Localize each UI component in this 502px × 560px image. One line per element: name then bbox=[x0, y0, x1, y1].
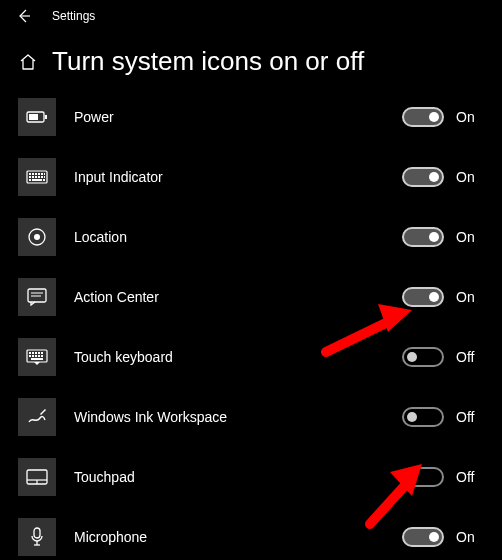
setting-label: Windows Ink Workspace bbox=[74, 409, 384, 425]
setting-row-touchpad: TouchpadOff bbox=[18, 447, 502, 507]
toggle-state-label: On bbox=[456, 109, 482, 125]
toggle-knob bbox=[407, 352, 417, 362]
toggle-location[interactable] bbox=[402, 227, 444, 247]
svg-rect-3 bbox=[29, 114, 38, 120]
toggle-touch-keyboard[interactable] bbox=[402, 347, 444, 367]
setting-row-windows-ink: Windows Ink WorkspaceOff bbox=[18, 387, 502, 447]
toggle-knob bbox=[429, 172, 439, 182]
svg-rect-17 bbox=[29, 179, 31, 181]
titlebar: Settings bbox=[0, 0, 502, 32]
svg-rect-31 bbox=[29, 355, 31, 357]
svg-rect-13 bbox=[35, 176, 37, 178]
svg-rect-16 bbox=[44, 176, 45, 178]
svg-rect-14 bbox=[38, 176, 40, 178]
toggle-microphone[interactable] bbox=[402, 527, 444, 547]
touchpad-icon bbox=[18, 458, 56, 496]
svg-rect-15 bbox=[41, 176, 43, 178]
toggle-wrap: Off bbox=[402, 467, 502, 487]
settings-list: PowerOnInput IndicatorOnLocationOnAction… bbox=[0, 87, 502, 560]
windows-ink-icon bbox=[18, 398, 56, 436]
toggle-wrap: On bbox=[402, 167, 502, 187]
toggle-knob bbox=[429, 532, 439, 542]
toggle-state-label: On bbox=[456, 289, 482, 305]
setting-row-microphone: MicrophoneOn bbox=[18, 507, 502, 560]
toggle-knob bbox=[407, 412, 417, 422]
svg-rect-28 bbox=[35, 352, 37, 354]
setting-label: Input Indicator bbox=[74, 169, 384, 185]
setting-label: Microphone bbox=[74, 529, 384, 545]
action-center-icon bbox=[18, 278, 56, 316]
power-icon bbox=[18, 98, 56, 136]
back-button[interactable] bbox=[16, 8, 32, 24]
svg-rect-19 bbox=[43, 179, 45, 181]
svg-rect-8 bbox=[38, 173, 40, 175]
toggle-state-label: On bbox=[456, 529, 482, 545]
toggle-state-label: On bbox=[456, 169, 482, 185]
svg-rect-29 bbox=[38, 352, 40, 354]
svg-rect-5 bbox=[29, 173, 31, 175]
svg-rect-10 bbox=[44, 173, 45, 175]
microphone-icon bbox=[18, 518, 56, 556]
window-title: Settings bbox=[52, 9, 95, 23]
svg-rect-32 bbox=[32, 355, 34, 357]
setting-label: Touch keyboard bbox=[74, 349, 384, 365]
toggle-knob bbox=[429, 112, 439, 122]
toggle-state-label: Off bbox=[456, 409, 482, 425]
svg-rect-36 bbox=[31, 358, 43, 360]
svg-rect-34 bbox=[38, 355, 40, 357]
toggle-power[interactable] bbox=[402, 107, 444, 127]
svg-rect-26 bbox=[29, 352, 31, 354]
setting-row-power: PowerOn bbox=[18, 87, 502, 147]
toggle-wrap: Off bbox=[402, 407, 502, 427]
svg-rect-7 bbox=[35, 173, 37, 175]
setting-row-action-center: Action CenterOn bbox=[18, 267, 502, 327]
touch-keyboard-icon bbox=[18, 338, 56, 376]
toggle-input-indicator[interactable] bbox=[402, 167, 444, 187]
home-icon[interactable] bbox=[18, 52, 38, 72]
svg-marker-37 bbox=[34, 362, 40, 365]
setting-row-touch-keyboard: Touch keyboardOff bbox=[18, 327, 502, 387]
page-header: Turn system icons on or off bbox=[0, 32, 502, 87]
toggle-windows-ink[interactable] bbox=[402, 407, 444, 427]
setting-label: Power bbox=[74, 109, 384, 125]
setting-label: Action Center bbox=[74, 289, 384, 305]
svg-point-21 bbox=[34, 234, 40, 240]
input-indicator-icon bbox=[18, 158, 56, 196]
toggle-wrap: On bbox=[402, 227, 502, 247]
setting-label: Touchpad bbox=[74, 469, 384, 485]
svg-rect-30 bbox=[41, 352, 43, 354]
svg-rect-33 bbox=[35, 355, 37, 357]
svg-rect-18 bbox=[32, 179, 42, 181]
svg-rect-11 bbox=[29, 176, 31, 178]
toggle-state-label: On bbox=[456, 229, 482, 245]
toggle-knob bbox=[429, 292, 439, 302]
toggle-action-center[interactable] bbox=[402, 287, 444, 307]
setting-row-input-indicator: Input IndicatorOn bbox=[18, 147, 502, 207]
toggle-touchpad[interactable] bbox=[402, 467, 444, 487]
location-icon bbox=[18, 218, 56, 256]
toggle-state-label: Off bbox=[456, 349, 482, 365]
svg-rect-41 bbox=[34, 528, 40, 538]
toggle-knob bbox=[429, 232, 439, 242]
svg-rect-12 bbox=[32, 176, 34, 178]
svg-rect-2 bbox=[45, 115, 47, 119]
setting-row-location: LocationOn bbox=[18, 207, 502, 267]
setting-label: Location bbox=[74, 229, 384, 245]
toggle-wrap: On bbox=[402, 287, 502, 307]
toggle-state-label: Off bbox=[456, 469, 482, 485]
toggle-wrap: Off bbox=[402, 347, 502, 367]
svg-rect-6 bbox=[32, 173, 34, 175]
svg-rect-9 bbox=[41, 173, 43, 175]
svg-rect-35 bbox=[41, 355, 43, 357]
toggle-knob bbox=[407, 472, 417, 482]
page-title: Turn system icons on or off bbox=[52, 46, 364, 77]
svg-rect-27 bbox=[32, 352, 34, 354]
back-arrow-icon bbox=[16, 8, 32, 24]
toggle-wrap: On bbox=[402, 527, 502, 547]
toggle-wrap: On bbox=[402, 107, 502, 127]
